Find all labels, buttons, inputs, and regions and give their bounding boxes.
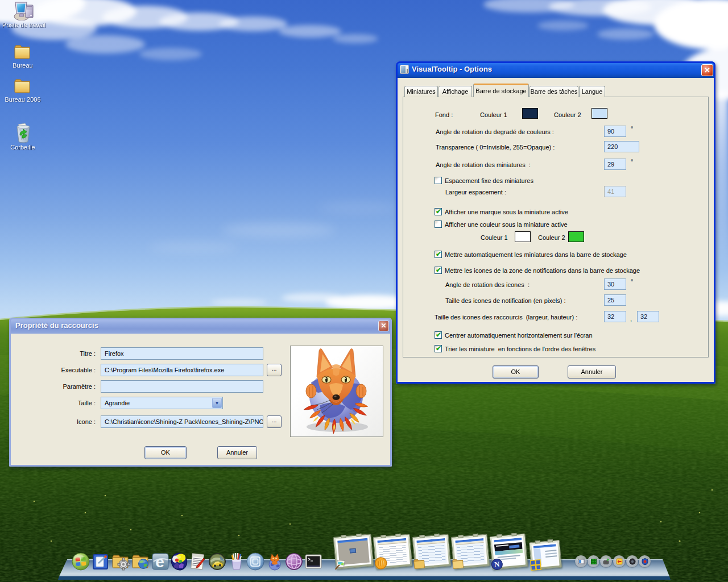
svg-text:e: e [155,553,164,571]
svg-text:N: N [494,560,500,569]
